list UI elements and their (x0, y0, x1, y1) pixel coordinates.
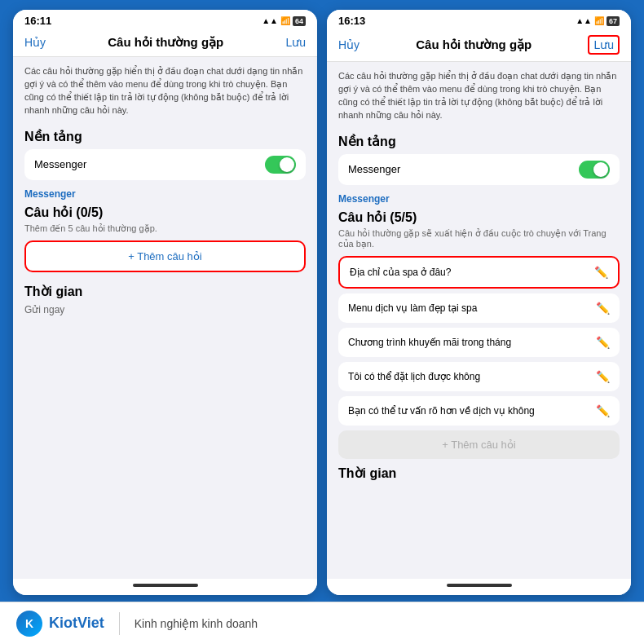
battery-indicator: 64 (293, 16, 306, 26)
right-nav-title: Câu hỏi thường gặp (416, 37, 532, 52)
left-section-label: Messenger (24, 188, 306, 200)
left-questions-sub: Thêm đến 5 câu hỏi thường gặp. (24, 223, 306, 234)
question-item-4[interactable]: Bạn có thể tư vấn rõ hơn về dịch vụ khôn… (338, 396, 620, 426)
footer-tagline: Kinh nghiệm kinh doanh (135, 617, 258, 630)
left-time-header: Thời gian (24, 284, 306, 299)
right-wifi-icon: 📶 (594, 16, 604, 25)
left-save-button[interactable]: Lưu (285, 36, 306, 49)
right-section-label: Messenger (338, 193, 620, 205)
left-home-indicator (133, 584, 198, 587)
left-add-question-button[interactable]: + Thêm câu hỏi (24, 240, 306, 272)
edit-icon-4[interactable]: ✏️ (596, 404, 610, 417)
question-text-1: Menu dịch vụ làm đẹp tại spa (348, 302, 477, 314)
left-bottom-bar (13, 579, 317, 595)
question-text-0: Địa chỉ của spa ở đâu? (350, 267, 451, 278)
right-nav-bar: Hủy Câu hỏi thường gặp Lưu (327, 30, 631, 62)
right-status-icons: ▲▲ 📶 67 (576, 16, 620, 26)
right-time: 16:13 (338, 15, 365, 27)
left-cancel-button[interactable]: Hủy (24, 36, 46, 49)
right-add-question-button: + Thêm câu hỏi (338, 430, 620, 459)
question-item-2[interactable]: Chương trình khuyến mãi trong tháng ✏️ (338, 328, 620, 357)
kiotviet-icon: K (16, 611, 42, 637)
left-questions-header: Câu hỏi (0/5) (24, 205, 306, 220)
question-item-0[interactable]: Địa chỉ của spa ở đâu? ✏️ (338, 256, 620, 289)
right-save-button[interactable]: Lưu (588, 35, 620, 55)
edit-icon-2[interactable]: ✏️ (596, 336, 610, 349)
left-phone: 16:11 ▲▲ 📶 64 Hủy Câu hỏi thường gặp Lưu… (13, 10, 317, 595)
left-status-icons: ▲▲ 📶 64 (262, 16, 306, 26)
right-questions-header: Câu hỏi (5/5) (338, 210, 620, 225)
question-text-2: Chương trình khuyến mãi trong tháng (348, 337, 511, 348)
left-nav-bar: Hủy Câu hỏi thường gặp Lưu (13, 30, 317, 57)
left-nav-title: Câu hỏi thường gặp (108, 35, 223, 50)
right-phone: 16:13 ▲▲ 📶 67 Hủy Câu hỏi thường gặp Lưu… (327, 10, 631, 595)
left-messenger-label: Messenger (34, 158, 86, 170)
question-item-1[interactable]: Menu dịch vụ làm đẹp tại spa ✏️ (338, 293, 620, 323)
right-messenger-toggle-row: Messenger (338, 154, 620, 185)
left-time-section: Thời gian Gửi ngay (24, 284, 306, 315)
left-toggle[interactable] (265, 156, 296, 174)
kiotviet-footer: K KiotViet Kinh nghiệm kinh doanh (0, 602, 644, 644)
right-description: Các câu hỏi thường gặp hiển thị ở đầu đo… (338, 70, 620, 122)
right-cancel-button[interactable]: Hủy (338, 38, 359, 51)
right-home-indicator (447, 584, 512, 587)
right-messenger-label: Messenger (348, 163, 400, 175)
left-time-value: Gửi ngay (24, 304, 306, 315)
kiotviet-logo: K KiotViet (16, 611, 104, 637)
right-phone-content: Các câu hỏi thường gặp hiển thị ở đầu đo… (327, 62, 631, 579)
edit-icon-3[interactable]: ✏️ (596, 370, 610, 383)
footer-divider (119, 612, 120, 635)
right-battery-indicator: 67 (607, 16, 620, 26)
right-status-bar: 16:13 ▲▲ 📶 67 (327, 10, 631, 30)
right-toggle[interactable] (579, 161, 610, 179)
wifi-icon: 📶 (280, 16, 290, 25)
right-time-section: Thời gian (338, 465, 620, 481)
right-questions-sub: Câu hỏi thường gặp sẽ xuất hiện ở đầu cu… (338, 228, 620, 249)
signal-icon: ▲▲ (262, 16, 278, 25)
right-platform-header: Nền tảng (338, 134, 620, 149)
kiotviet-name: KiotViet (49, 615, 104, 632)
right-signal-icon: ▲▲ (576, 16, 592, 25)
left-time: 16:11 (24, 15, 51, 27)
left-phone-content: Các câu hỏi thường gặp hiển thị ở đầu đo… (13, 57, 317, 579)
right-bottom-bar (327, 579, 631, 595)
question-text-4: Bạn có thể tư vấn rõ hơn về dịch vụ khôn… (348, 405, 535, 417)
left-description: Các câu hỏi thường gặp hiển thị ở đầu đo… (24, 65, 306, 117)
left-platform-header: Nền tảng (24, 129, 306, 144)
edit-icon-0[interactable]: ✏️ (594, 266, 608, 279)
left-messenger-toggle-row: Messenger (24, 149, 306, 180)
question-text-3: Tôi có thể đặt lịch được không (348, 371, 480, 382)
left-status-bar: 16:11 ▲▲ 📶 64 (13, 10, 317, 30)
question-item-3[interactable]: Tôi có thể đặt lịch được không ✏️ (338, 362, 620, 391)
right-time-header: Thời gian (338, 465, 620, 481)
edit-icon-1[interactable]: ✏️ (596, 302, 610, 315)
